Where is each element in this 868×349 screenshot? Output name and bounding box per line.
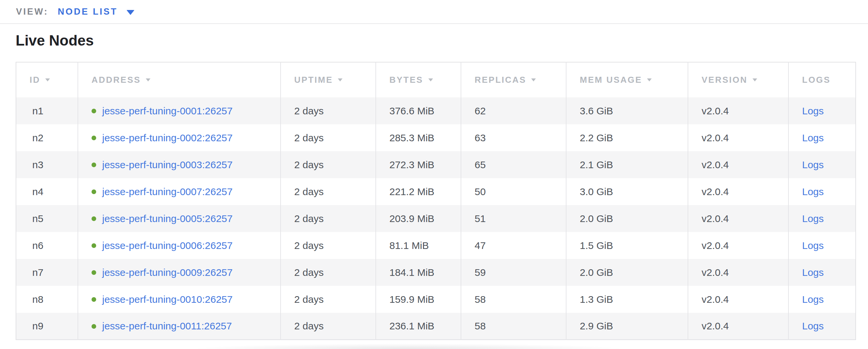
table-row: n9jesse-perf-tuning-0011:262572 days236.…	[16, 313, 856, 340]
cell-version: v2.0.4	[688, 232, 788, 259]
cell-replicas: 58	[461, 286, 566, 313]
cell-bytes: 236.1 MiB	[376, 313, 461, 340]
table-row: n2jesse-perf-tuning-0002:262572 days285.…	[16, 124, 856, 151]
cell-node-id: n1	[16, 97, 78, 124]
cell-bytes: 184.1 MiB	[376, 259, 461, 286]
sort-caret-icon	[146, 78, 150, 81]
cell-mem-usage: 2.2 GiB	[566, 124, 688, 151]
column-header-id[interactable]: ID	[16, 62, 78, 97]
sort-caret-icon	[647, 78, 652, 81]
cell-uptime: 2 days	[281, 205, 376, 232]
logs-link[interactable]: Logs	[802, 320, 824, 331]
node-address-link[interactable]: jesse-perf-tuning-0001:26257	[102, 105, 232, 116]
cell-address: jesse-perf-tuning-0003:26257	[78, 151, 281, 178]
cell-uptime: 2 days	[281, 286, 376, 313]
cell-node-id: n3	[16, 151, 78, 178]
cell-logs: Logs	[788, 313, 856, 340]
logs-link[interactable]: Logs	[802, 186, 824, 197]
cell-logs: Logs	[788, 259, 856, 286]
sort-caret-icon	[45, 78, 50, 81]
live-status-dot	[92, 216, 96, 221]
logs-link[interactable]: Logs	[802, 132, 824, 143]
column-header-label: ID	[30, 75, 40, 85]
node-address-link[interactable]: jesse-perf-tuning-0007:26257	[102, 186, 232, 197]
live-status-dot	[92, 163, 96, 167]
node-address-link[interactable]: jesse-perf-tuning-0010:26257	[102, 294, 232, 305]
column-header-bytes[interactable]: BYTES	[376, 62, 461, 97]
logs-link[interactable]: Logs	[802, 267, 824, 278]
cell-version: v2.0.4	[688, 178, 788, 205]
cell-mem-usage: 2.9 GiB	[566, 313, 688, 340]
cell-bytes: 159.9 MiB	[376, 286, 461, 313]
cell-bytes: 376.6 MiB	[376, 97, 461, 124]
node-address-link[interactable]: jesse-perf-tuning-0005:26257	[102, 213, 232, 224]
cell-version: v2.0.4	[688, 205, 788, 232]
column-header-label: ADDRESS	[92, 75, 141, 85]
column-header-uptime[interactable]: UPTIME	[281, 62, 376, 97]
live-status-dot	[92, 189, 96, 194]
node-address-link[interactable]: jesse-perf-tuning-0003:26257	[102, 159, 232, 170]
live-status-dot	[92, 270, 96, 275]
cell-node-id: n2	[16, 124, 78, 151]
cell-logs: Logs	[788, 205, 856, 232]
live-status-dot	[92, 297, 96, 302]
cell-uptime: 2 days	[281, 259, 376, 286]
node-address-link[interactable]: jesse-perf-tuning-0009:26257	[102, 267, 232, 278]
node-address-link[interactable]: jesse-perf-tuning-0006:26257	[102, 240, 232, 251]
live-nodes-table: IDADDRESSUPTIMEBYTESREPLICASMEM USAGEVER…	[16, 62, 856, 340]
cell-bytes: 81.1 MiB	[376, 232, 461, 259]
cell-mem-usage: 2.0 GiB	[566, 259, 688, 286]
main-content: Live Nodes IDADDRESSUPTIMEBYTESREPLICASM…	[0, 32, 868, 340]
live-status-dot	[92, 243, 96, 248]
cell-version: v2.0.4	[688, 97, 788, 124]
logs-link[interactable]: Logs	[802, 294, 824, 305]
cell-replicas: 47	[461, 232, 566, 259]
cell-mem-usage: 1.3 GiB	[566, 286, 688, 313]
column-header-label: MEM USAGE	[580, 75, 642, 85]
live-status-dot	[92, 324, 96, 329]
cell-uptime: 2 days	[281, 232, 376, 259]
logs-link[interactable]: Logs	[802, 159, 824, 170]
logs-link[interactable]: Logs	[802, 240, 824, 251]
view-selected-value: NODE LIST	[58, 7, 118, 17]
column-header-version[interactable]: VERSION	[688, 62, 788, 97]
cell-uptime: 2 days	[281, 124, 376, 151]
cell-replicas: 62	[461, 97, 566, 124]
cell-node-id: n9	[16, 313, 78, 340]
cell-uptime: 2 days	[281, 151, 376, 178]
cell-bytes: 272.3 MiB	[376, 151, 461, 178]
node-address-link[interactable]: jesse-perf-tuning-0011:26257	[102, 320, 232, 331]
sort-caret-icon	[428, 78, 433, 81]
cell-address: jesse-perf-tuning-0006:26257	[78, 232, 281, 259]
column-header-replicas[interactable]: REPLICAS	[461, 62, 566, 97]
sort-caret-icon	[338, 78, 342, 81]
cell-logs: Logs	[788, 97, 856, 124]
cell-version: v2.0.4	[688, 151, 788, 178]
cell-node-id: n5	[16, 205, 78, 232]
node-address-link[interactable]: jesse-perf-tuning-0002:26257	[102, 132, 232, 143]
cell-replicas: 50	[461, 178, 566, 205]
cell-bytes: 221.2 MiB	[376, 178, 461, 205]
cell-bytes: 203.9 MiB	[376, 205, 461, 232]
logs-link[interactable]: Logs	[802, 105, 824, 116]
column-header-mem-usage[interactable]: MEM USAGE	[566, 62, 688, 97]
cell-version: v2.0.4	[688, 259, 788, 286]
cell-version: v2.0.4	[688, 286, 788, 313]
cell-address: jesse-perf-tuning-0005:26257	[78, 205, 281, 232]
cell-mem-usage: 3.0 GiB	[566, 178, 688, 205]
column-header-address[interactable]: ADDRESS	[78, 62, 281, 97]
logs-link[interactable]: Logs	[802, 213, 824, 224]
sort-caret-icon	[752, 78, 757, 81]
column-header-label: BYTES	[390, 75, 423, 85]
column-header-logs: LOGS	[788, 62, 856, 97]
table-row: n1jesse-perf-tuning-0001:262572 days376.…	[16, 97, 856, 124]
view-selector-dropdown[interactable]: NODE LIST	[58, 7, 134, 17]
cell-replicas: 63	[461, 124, 566, 151]
column-header-label: LOGS	[802, 75, 831, 85]
page-title: Live Nodes	[16, 32, 855, 49]
cell-address: jesse-perf-tuning-0009:26257	[78, 259, 281, 286]
table-row: n3jesse-perf-tuning-0003:262572 days272.…	[16, 151, 856, 178]
cell-uptime: 2 days	[281, 97, 376, 124]
table-row: n8jesse-perf-tuning-0010:262572 days159.…	[16, 286, 856, 313]
table-header-row: IDADDRESSUPTIMEBYTESREPLICASMEM USAGEVER…	[16, 62, 856, 97]
